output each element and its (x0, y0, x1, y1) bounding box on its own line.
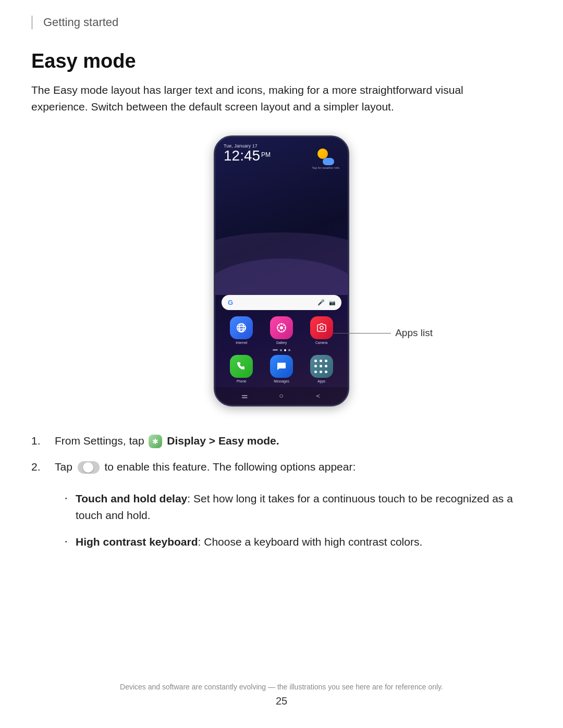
screen-middle (215, 172, 348, 295)
page-dots (215, 347, 348, 353)
svg-point-0 (215, 258, 348, 295)
apps-dot-9 (325, 371, 327, 373)
bullet-text-2: High contrast keyboard: Choose a keyboar… (76, 534, 532, 550)
apps-dot-4 (314, 365, 317, 367)
instruction-item-2: 2. Tap to enable this feature. The follo… (31, 459, 532, 475)
lens-icon: 📷 (329, 300, 335, 305)
instruction-number-2: 2. (31, 459, 55, 475)
internet-label: Internet (236, 341, 247, 344)
instruction-bold-1: Display > Easy mode. (167, 435, 279, 447)
internet-svg (236, 322, 247, 334)
page-container: Getting started Easy mode The Easy mode … (0, 0, 563, 728)
google-logo: G (228, 299, 233, 306)
footer-note: Devices and software are constantly evol… (0, 683, 563, 691)
app-item-apps[interactable]: Apps (310, 355, 333, 383)
camera-icon (310, 316, 333, 339)
gallery-icon (270, 316, 293, 339)
phone-svg (236, 361, 247, 372)
weather-widget: Tap for weather info (312, 149, 339, 169)
search-icons: 🎤 📷 (317, 299, 335, 306)
instruction-item-1: 1. From Settings, tap ✱ Display > Easy m… (31, 433, 532, 449)
app-item-gallery[interactable]: Gallery (270, 316, 293, 344)
dot-1 (273, 349, 278, 351)
dot-3 (288, 349, 290, 351)
page-title: Easy mode (31, 50, 532, 72)
svg-point-3 (320, 326, 323, 329)
settings-icon-inline: ✱ (149, 435, 162, 448)
callout-line (334, 333, 391, 334)
footer-page-number: 25 (0, 695, 563, 707)
nav-back-icon: ＜ (314, 391, 322, 401)
mic-icon: 🎤 (317, 299, 325, 306)
bullet-bold-2: High contrast keyboard (76, 536, 198, 548)
messages-icon (270, 355, 293, 378)
phone-app-icon (230, 355, 253, 378)
instruction-text-2: Tap to enable this feature. The followin… (55, 459, 532, 475)
footer: Devices and software are constantly evol… (0, 683, 563, 707)
instruction-number-1: 1. (31, 433, 55, 449)
internet-icon (230, 316, 253, 339)
nav-recent-icon: ⚌ (241, 391, 248, 401)
app-row-1: Internet Gallery (215, 314, 348, 347)
phone-mockup-container: Tue, January 17 12:45 PM (31, 135, 532, 406)
time-text: 12:45 (224, 149, 260, 163)
app-item-camera[interactable]: Camera (310, 316, 333, 344)
toggle-thumb (83, 462, 93, 473)
messages-label: Messages (274, 379, 289, 383)
apps-dot-3 (325, 360, 327, 362)
section-header-text: Getting started (43, 16, 118, 29)
phone-mockup: Tue, January 17 12:45 PM (214, 135, 349, 406)
bullet-dot-2: • (65, 538, 76, 546)
app-item-internet[interactable]: Internet (230, 316, 253, 344)
callout-container: Apps list (334, 327, 433, 339)
gallery-svg (276, 322, 287, 334)
apps-dot-1 (314, 360, 317, 362)
dot-active (284, 349, 286, 351)
arc-decoration (215, 248, 348, 295)
sun-icon (317, 149, 328, 159)
page-description: The Easy mode layout has larger text and… (31, 82, 511, 115)
app-item-messages[interactable]: Messages (270, 355, 293, 383)
phone-label: Phone (237, 379, 247, 383)
cloud-icon (323, 158, 334, 165)
gallery-label: Gallery (276, 341, 287, 344)
phone-screen: Tue, January 17 12:45 PM (215, 137, 348, 405)
callout-label: Apps list (395, 327, 433, 339)
bullet-text-1: Touch and hold delay: Set how long it ta… (76, 490, 532, 523)
instructions-list: 1. From Settings, tap ✱ Display > Easy m… (31, 433, 532, 475)
time-suffix: PM (261, 152, 271, 158)
bottom-nav: ⚌ ○ ＜ (215, 387, 348, 405)
messages-svg (276, 361, 287, 372)
apps-dot-5 (320, 365, 322, 367)
bullet-item-2: • High contrast keyboard: Choose a keybo… (65, 534, 532, 550)
camera-label: Camera (315, 341, 327, 344)
toggle-switch[interactable] (78, 461, 100, 474)
section-header: Getting started (31, 16, 532, 29)
apps-dot-7 (314, 371, 317, 373)
apps-icon (310, 355, 333, 378)
bullet-list: • Touch and hold delay: Set how long it … (65, 490, 532, 550)
status-area: Tue, January 17 12:45 PM (215, 137, 348, 172)
phone-wrapper: Tue, January 17 12:45 PM (214, 135, 349, 406)
weather-tap-text: Tap for weather info (312, 166, 339, 169)
bullet-dot-1: • (65, 495, 76, 502)
app-row-dock: Phone Messages (215, 353, 348, 387)
svg-point-2 (280, 326, 283, 329)
nav-home-icon: ○ (279, 391, 283, 401)
bullet-item-1: • Touch and hold delay: Set how long it … (65, 490, 532, 523)
apps-label: Apps (317, 379, 325, 383)
camera-svg (316, 322, 327, 334)
instruction-text-1: From Settings, tap ✱ Display > Easy mode… (55, 433, 532, 449)
time-row: 12:45 PM Tap for weather inf (224, 149, 339, 169)
bullet-bold-1: Touch and hold delay (76, 492, 187, 504)
weather-icon-container (317, 149, 334, 165)
dot-2 (280, 349, 282, 351)
apps-dot-8 (320, 371, 322, 373)
apps-dot-2 (320, 360, 322, 362)
app-item-phone[interactable]: Phone (230, 355, 253, 383)
apps-dot-6 (325, 365, 327, 367)
time-display: 12:45 PM (224, 149, 271, 163)
google-search-bar[interactable]: G 🎤 📷 (222, 295, 341, 310)
